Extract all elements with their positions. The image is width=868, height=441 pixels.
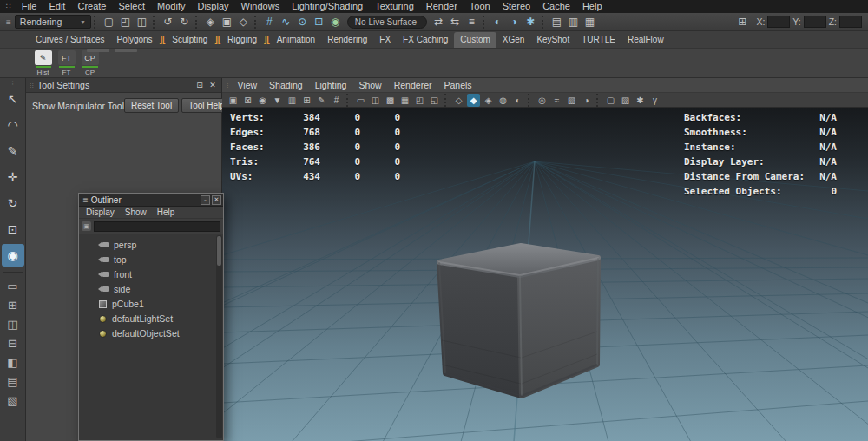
select-by-hierarchy-icon[interactable]: ◈ — [202, 14, 219, 30]
layout-hypershade-persp-icon[interactable]: ▧ — [3, 392, 23, 409]
shelf-tab-bracket[interactable]: ][ — [159, 32, 167, 48]
filter-icon[interactable]: ▣ — [82, 221, 91, 231]
shelf-tab-animation[interactable]: Animation — [271, 32, 321, 48]
construction-history-icon[interactable]: ≡ — [464, 14, 480, 30]
shelf-tab-turtle[interactable]: TURTLE — [575, 32, 621, 48]
motion-blur-icon[interactable]: ≈ — [550, 94, 563, 107]
statusline-collapse-handle-icon[interactable]: ≡ — [3, 17, 15, 27]
scale-tool-icon[interactable]: ⊡ — [2, 218, 24, 240]
menu-item[interactable]: Edit — [43, 0, 71, 13]
outliner-item-side[interactable]: side — [79, 281, 223, 296]
window-close-icon[interactable]: ✕ — [212, 195, 221, 205]
shelf-tab-fx-caching[interactable]: FX Caching — [397, 32, 454, 48]
exposure-icon[interactable]: ✱ — [634, 94, 647, 107]
outliner-item-persp[interactable]: persp — [79, 237, 223, 252]
layout-outliner-persp-icon[interactable]: ▤ — [3, 372, 23, 390]
last-tool-icon[interactable]: ◉ — [2, 244, 24, 267]
outliner-menu-item[interactable]: Help — [152, 207, 181, 218]
shelf-tab-keyshot[interactable]: KeyShot — [530, 32, 575, 48]
outliner-search-input[interactable] — [94, 221, 220, 232]
isolate-select-icon[interactable]: ▢ — [604, 94, 617, 107]
shelf-tab-custom[interactable]: Custom — [454, 32, 496, 48]
no-live-surface-field[interactable]: No Live Surface — [347, 16, 427, 29]
toolbox-drag-handle[interactable]: ⁞ — [11, 80, 13, 86]
x-coordinate-input[interactable] — [767, 16, 790, 28]
menu-item[interactable]: Render — [420, 0, 464, 13]
workspace-grid-icon[interactable]: ∷ — [2, 0, 16, 13]
open-scene-icon[interactable]: ◰ — [117, 14, 134, 30]
layout-four-pane-icon[interactable]: ⊞ — [3, 296, 23, 313]
shelf-tab-fx[interactable]: FX — [373, 32, 397, 48]
shelf-tab-rigging[interactable]: Rigging — [221, 32, 263, 48]
move-tool-icon[interactable]: ✛ — [2, 166, 24, 188]
viewport-menu-item[interactable]: Show — [352, 80, 387, 90]
workspace-selector-dropdown[interactable]: Rendering ▼ — [15, 15, 91, 29]
2d-pan-zoom-icon[interactable]: ⊞ — [300, 94, 313, 107]
panel-close-icon[interactable]: ✕ — [207, 80, 218, 90]
y-coordinate-input[interactable] — [804, 16, 826, 28]
layout-two-pane-stacked-icon[interactable]: ⊟ — [3, 334, 23, 352]
outliner-scrollbar[interactable] — [216, 235, 222, 438]
snap-to-view-plane-icon[interactable]: ⊡ — [311, 14, 327, 30]
multisample-icon[interactable]: ▧ — [565, 94, 578, 107]
viewport-menu-item[interactable]: Lighting — [309, 80, 353, 90]
shadows-icon[interactable]: ◐ — [511, 94, 524, 107]
shelf-tab-polygons[interactable]: Polygons — [110, 32, 158, 48]
viewport-menubar-handle[interactable]: ⁞ — [224, 81, 232, 89]
input-connections-icon[interactable]: ⇄ — [431, 14, 447, 30]
panel-drag-handle[interactable]: ⁞⁞ — [30, 81, 34, 89]
menu-item[interactable]: Windows — [235, 0, 286, 13]
shelf-item-cp[interactable]: CP CP — [78, 50, 102, 76]
make-live-icon[interactable]: ◉ — [327, 14, 344, 30]
snap-to-curve-icon[interactable]: ∿ — [278, 14, 294, 30]
menu-item[interactable]: Toon — [464, 0, 496, 13]
use-default-material-icon[interactable]: ◍ — [496, 94, 510, 107]
z-coordinate-input[interactable] — [839, 16, 862, 28]
select-tool-icon[interactable]: ↖ — [2, 88, 24, 110]
viewport-canvas[interactable]: Verts: 384 0 0 Edges: 768 0 0 Faces: 386… — [222, 108, 868, 441]
shelf-tab-bracket[interactable]: ][ — [263, 32, 271, 48]
outliner-menu-item[interactable]: Display — [81, 207, 120, 218]
reset-tool-button[interactable]: Reset Tool — [124, 98, 179, 113]
safe-action-icon[interactable]: ◰ — [413, 94, 426, 107]
outliner-item-defaultlightset[interactable]: defaultLightSet — [79, 311, 223, 326]
shelf-tab-realflow[interactable]: RealFlow — [621, 32, 670, 48]
attribute-editor-toggle-icon[interactable]: ▤ — [549, 14, 565, 30]
gamma-icon[interactable]: γ — [648, 94, 661, 107]
shelf-tab-bracket[interactable]: ][ — [214, 32, 221, 48]
menu-item[interactable]: Create — [71, 0, 112, 13]
outliner-item-pcube1[interactable]: pCube1 — [79, 296, 223, 311]
menu-item[interactable]: Lighting/Shading — [286, 0, 369, 13]
tool-settings-toggle-icon[interactable]: ▥ — [565, 14, 582, 30]
shelf-item-hist[interactable]: ✎ Hist — [31, 50, 55, 76]
redo-icon[interactable]: ↻ — [176, 14, 193, 30]
resolution-gate-icon[interactable]: ◫ — [369, 94, 382, 107]
menu-item[interactable]: Cache — [536, 0, 576, 13]
grid-toggle-icon[interactable]: # — [330, 94, 343, 107]
safe-title-icon[interactable]: ◱ — [428, 94, 441, 107]
field-chart-icon[interactable]: ▦ — [398, 94, 411, 107]
pcube1-object[interactable] — [439, 246, 598, 396]
save-scene-icon[interactable]: ◫ — [134, 14, 150, 30]
window-restore-icon[interactable]: ▫ — [201, 195, 210, 205]
lock-camera-icon[interactable]: ⊠ — [241, 94, 254, 107]
undo-icon[interactable]: ↺ — [160, 14, 176, 30]
menu-item[interactable]: File — [16, 0, 43, 13]
film-gate-icon[interactable]: ▭ — [354, 94, 367, 107]
render-current-frame-icon[interactable]: ◐ — [490, 14, 506, 30]
outliner-titlebar[interactable]: ≣ Outliner ▫ ✕ — [79, 194, 223, 207]
depth-of-field-icon[interactable]: ◑ — [580, 94, 593, 107]
menu-item[interactable]: Select — [112, 0, 151, 13]
snap-to-grid-icon[interactable]: # — [261, 14, 278, 30]
menu-item[interactable]: Stereo — [496, 0, 536, 13]
outliner-item-defaultobjectset[interactable]: defaultObjectSet — [79, 326, 223, 340]
viewport-menu-item[interactable]: Renderer — [388, 80, 438, 90]
gate-mask-icon[interactable]: ▩ — [384, 94, 397, 107]
absolute-transform-grid-icon[interactable]: ⊞ — [734, 15, 750, 29]
lasso-tool-icon[interactable]: ◠ — [2, 114, 24, 136]
camera-attributes-icon[interactable]: ◉ — [256, 94, 269, 107]
shelf-scroll-stub[interactable] — [87, 49, 109, 52]
layout-two-pane-side-icon[interactable]: ◫ — [3, 315, 23, 332]
shelf-tab-xgen[interactable]: XGen — [496, 32, 531, 48]
ipr-render-icon[interactable]: ◑ — [506, 14, 523, 30]
